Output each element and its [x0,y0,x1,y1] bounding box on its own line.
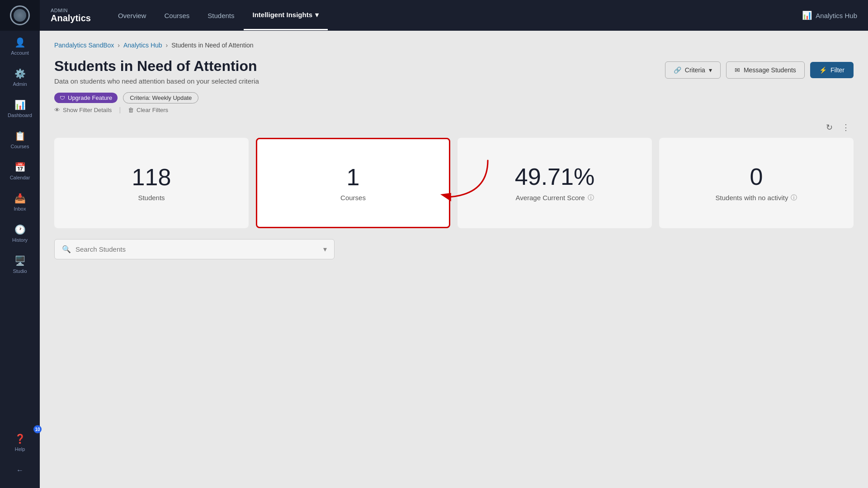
account-icon: 👤 [14,37,26,48]
filter-row: 👁 Show Filter Details | 🗑 Clear Filters [54,106,854,113]
filter-button[interactable]: ⚡ Filter [810,62,854,78]
breadcrumb-sep-1: › [118,42,120,49]
page-title-area: Students in Need of Attention Data on st… [54,58,259,85]
cards-header: ↻ ⋮ [54,121,854,134]
trash-icon: 🗑 [128,107,134,113]
filter-icon: ⚡ [819,66,827,74]
analytics-hub-label: Analytics Hub [816,12,857,19]
studio-icon: 🖥️ [14,255,26,266]
page-actions: 🔗 Criteria ▾ ✉ Message Students ⚡ Filter [665,61,854,79]
calendar-icon: 📅 [14,162,26,173]
sidebar-item-label: Dashboard [8,113,32,118]
stats-cards-wrapper: 118 Students 1 Courses 49.71% Avera [54,138,854,228]
message-icon: ✉ [735,66,740,74]
sidebar-item-admin[interactable]: ⚙️ Admin [0,62,40,93]
show-filter-details-button[interactable]: 👁 Show Filter Details [54,107,112,113]
brand: ADMIN Analytics [51,8,91,23]
criteria-chevron-icon: ▾ [709,66,712,74]
main-area: ADMIN Analytics Overview Courses Student… [40,0,868,488]
sidebar-item-label: Courses [11,144,29,149]
students-value: 118 [132,164,171,190]
courses-value: 1 [347,164,360,190]
sidebar-item-label: Admin [13,81,27,87]
help-badge-count: 10 [33,425,42,433]
avg-score-info-icon[interactable]: ⓘ [588,194,594,202]
nav-links: Overview Courses Students Intelligent In… [109,1,802,30]
criteria-button[interactable]: 🔗 Criteria ▾ [665,61,721,79]
breadcrumb-pandalytics[interactable]: Pandalytics SandBox [54,42,114,49]
sidebar-item-courses[interactable]: 📋 Courses [0,124,40,155]
breadcrumb: Pandalytics SandBox › Analytics Hub › St… [54,42,854,49]
upgrade-label: Upgrade Feature [68,94,112,101]
sidebar-item-label: Account [11,50,29,56]
search-bar[interactable]: 🔍 ▾ [54,239,335,259]
page-title: Students in Need of Attention [54,58,259,75]
students-label: Students [138,194,165,202]
stat-card-students: 118 Students [54,138,249,228]
filter-label: Filter [830,66,844,74]
sidebar-collapse-button[interactable]: ← [0,460,40,481]
app-logo [10,5,30,25]
dropdown-chevron-icon: ▾ [315,11,319,19]
page-header: Students in Need of Attention Data on st… [54,58,854,85]
top-nav: ADMIN Analytics Overview Courses Student… [40,0,868,31]
no-activity-label: Students with no activity ⓘ [716,194,797,202]
stat-card-courses: 1 Courses [256,138,450,228]
criteria-icon: 🔗 [674,66,681,74]
eye-icon: 👁 [54,107,60,113]
search-students-input[interactable] [75,245,319,253]
sidebar-bottom: ❓ Help 10 ← [0,427,40,488]
sidebar-item-studio[interactable]: 🖥️ Studio [0,249,40,280]
analytics-hub-icon: 📊 [802,10,812,20]
upgrade-feature-badge[interactable]: 🛡 Upgrade Feature [54,93,118,103]
nav-link-intelligent-insights[interactable]: Intelligent Insights ▾ [244,1,328,30]
search-chevron-icon[interactable]: ▾ [323,245,327,253]
sidebar-item-account[interactable]: 👤 Account [0,31,40,62]
courses-icon: 📋 [14,131,26,141]
clear-filters-label: Clear Filters [137,107,168,113]
collapse-icon: ← [16,466,24,474]
logo-inner [14,9,26,22]
breadcrumb-sep-2: › [166,42,168,49]
criteria-badge: Criteria: Weekly Update [123,92,198,103]
no-activity-label-text: Students with no activity [716,194,788,202]
sidebar-logo [0,0,40,31]
courses-label-text: Courses [340,194,366,202]
sidebar-item-calendar[interactable]: 📅 Calendar [0,155,40,187]
nav-link-students[interactable]: Students [198,2,243,29]
avg-score-label-text: Average Current Score [515,194,585,202]
criteria-label: Criteria [685,66,705,74]
sidebar-item-inbox[interactable]: 📥 Inbox [0,187,40,218]
message-students-label: Message Students [744,66,796,74]
search-icon: 🔍 [62,245,71,253]
clear-filters-button[interactable]: 🗑 Clear Filters [128,107,168,113]
breadcrumb-analytics-hub[interactable]: Analytics Hub [123,42,162,49]
shield-icon: 🛡 [60,95,65,101]
stats-grid: 118 Students 1 Courses 49.71% Avera [54,138,854,228]
dashboard-icon: 📊 [14,99,26,110]
avg-score-value: 49.71% [515,164,594,190]
more-options-button[interactable]: ⋮ [840,121,852,134]
help-icon: ❓ [14,433,26,444]
courses-label: Courses [340,194,366,202]
sidebar-item-history[interactable]: 🕐 History [0,218,40,249]
refresh-button[interactable]: ↻ [824,121,835,134]
history-icon: 🕐 [14,224,26,235]
filter-divider: | [119,106,121,113]
message-students-button[interactable]: ✉ Message Students [726,61,805,79]
sidebar-item-help[interactable]: ❓ Help 10 [0,427,40,458]
nav-link-overview[interactable]: Overview [109,2,156,29]
nav-link-courses[interactable]: Courses [155,2,198,29]
refresh-icon: ↻ [826,123,833,132]
analytics-hub-button[interactable]: 📊 Analytics Hub [802,10,857,20]
no-activity-info-icon[interactable]: ⓘ [791,194,797,202]
sidebar-item-label: Help [15,446,25,452]
sidebar-item-label: Calendar [10,175,30,180]
brand-admin-label: ADMIN [51,8,91,13]
badges-row: 🛡 Upgrade Feature Criteria: Weekly Updat… [54,92,854,103]
sidebar-item-dashboard[interactable]: 📊 Dashboard [0,93,40,124]
more-icon: ⋮ [842,123,850,132]
sidebar-item-label: Studio [13,268,27,274]
inbox-icon: 📥 [14,193,26,204]
content-area: Pandalytics SandBox › Analytics Hub › St… [40,31,868,488]
